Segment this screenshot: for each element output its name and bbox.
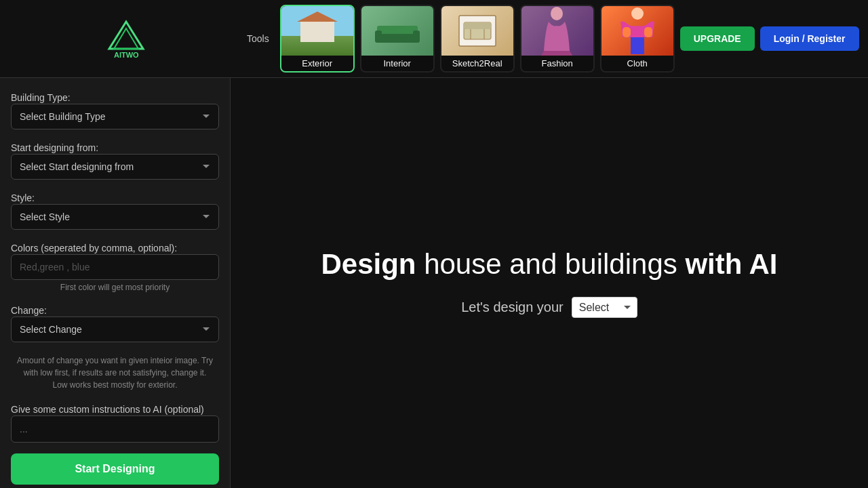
hero-title-bold-start: Design xyxy=(321,248,416,280)
cloth-tab-image xyxy=(601,6,673,56)
tab-exterior[interactable]: Exterior xyxy=(280,5,355,73)
svg-point-13 xyxy=(551,7,563,20)
sketch-icon xyxy=(454,12,501,49)
hero-subtitle: Let's design your Select Exterior Interi… xyxy=(461,297,637,318)
svg-point-14 xyxy=(631,7,644,20)
tool-tabs: Exterior Interior xyxy=(280,5,675,73)
instructions-label: Give some custom instructions to AI (opt… xyxy=(11,404,204,415)
subtitle-text: Let's design your xyxy=(461,300,564,315)
interior-icon xyxy=(374,16,421,46)
tab-sketch2real[interactable]: Sketch2Real xyxy=(440,5,515,73)
building-type-select[interactable]: Select Building Type xyxy=(11,104,219,129)
style-label: Style: xyxy=(11,192,35,203)
upgrade-button[interactable]: UPGRADE xyxy=(680,26,755,51)
instructions-input[interactable] xyxy=(11,415,219,443)
sketch-tab-image xyxy=(441,6,513,56)
colors-hint: First color will get most priority xyxy=(11,283,219,292)
sidebar: Building Type: Select Building Type Star… xyxy=(0,78,231,488)
top-navigation: AITWO Tools Exterior Interior xyxy=(0,0,868,78)
tab-interior[interactable]: Interior xyxy=(360,5,435,73)
svg-rect-17 xyxy=(644,27,652,37)
svg-rect-16 xyxy=(623,27,631,37)
start-designing-button[interactable]: Start Designing xyxy=(11,453,219,485)
svg-marker-1 xyxy=(114,28,138,49)
cloth-tab-label: Cloth xyxy=(601,56,673,71)
svg-rect-4 xyxy=(377,26,418,34)
exterior-tab-label: Exterior xyxy=(281,56,353,71)
aitwo-logo: AITWO xyxy=(106,18,146,59)
colors-label: Colors (seperated by comma, optional): xyxy=(11,243,177,253)
hero-title: Design house and buildings with AI xyxy=(321,248,777,281)
svg-text:AITWO: AITWO xyxy=(114,51,139,59)
change-label: Change: xyxy=(11,305,47,316)
fashion-tab-image xyxy=(521,6,593,56)
svg-rect-10 xyxy=(464,22,491,29)
building-type-label: Building Type: xyxy=(11,92,71,103)
svg-rect-3 xyxy=(377,33,418,43)
change-hint: Amount of change you want in given intei… xyxy=(11,354,219,391)
exterior-tab-image xyxy=(281,6,353,56)
cloth-icon xyxy=(617,7,658,56)
sketch2real-tab-label: Sketch2Real xyxy=(441,56,513,71)
interior-tab-image xyxy=(361,6,433,56)
start-from-label: Start designing from: xyxy=(11,142,98,153)
tools-label: Tools xyxy=(247,33,269,44)
logo-area: AITWO xyxy=(11,18,241,59)
main-layout: Building Type: Select Building Type Star… xyxy=(0,78,868,488)
hero-select[interactable]: Select Exterior Interior Fashion Cloth xyxy=(572,297,637,318)
svg-rect-5 xyxy=(375,30,382,43)
style-select[interactable]: Select Style xyxy=(11,204,219,230)
login-register-button[interactable]: Login / Register xyxy=(760,26,859,51)
house-icon xyxy=(300,22,334,42)
start-from-select[interactable]: Select Start designing from xyxy=(11,154,219,180)
fashion-tab-label: Fashion xyxy=(521,56,593,71)
change-select[interactable]: Select Change xyxy=(11,317,219,342)
svg-rect-6 xyxy=(413,30,420,43)
nav-buttons: UPGRADE Login / Register xyxy=(680,26,859,51)
main-content: Design house and buildings with AI Let's… xyxy=(231,78,868,488)
colors-input[interactable] xyxy=(11,254,219,280)
svg-marker-0 xyxy=(109,22,143,49)
interior-tab-label: Interior xyxy=(361,56,433,71)
hero-title-bold-end: with AI xyxy=(685,248,777,280)
fashion-icon xyxy=(538,7,576,56)
tab-fashion[interactable]: Fashion xyxy=(520,5,595,73)
svg-rect-15 xyxy=(631,37,644,54)
hero-title-middle: house and buildings xyxy=(424,248,677,280)
tab-cloth[interactable]: Cloth xyxy=(600,5,675,73)
